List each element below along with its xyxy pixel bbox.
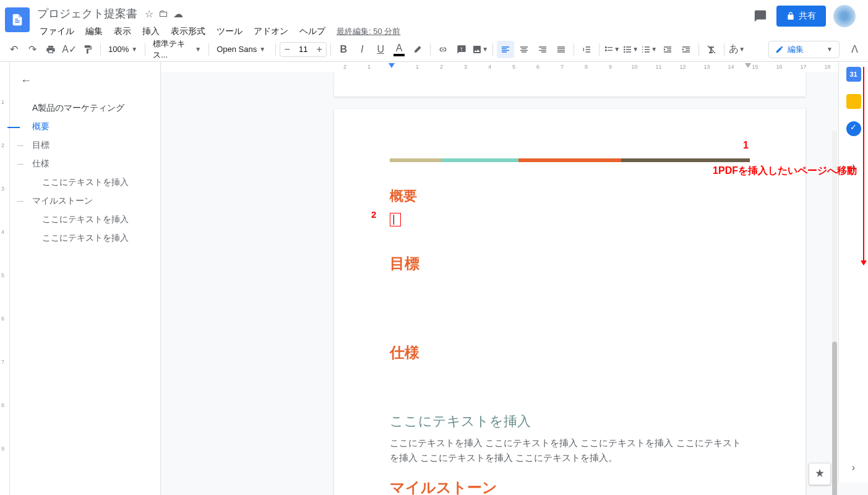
input-tools-button[interactable]: あ▼ [728,41,746,58]
document-canvas[interactable]: 2 1 1 2 3 4 5 6 7 8 9 10 11 12 13 14 15 … [161,62,868,495]
decorative-color-bar [390,158,750,162]
insert-image-button[interactable]: ▼ [471,41,489,58]
explore-button[interactable] [809,463,831,485]
last-edit-link[interactable]: 最終編集: 50 分前 [337,26,400,37]
menu-view[interactable]: 表示 [109,24,136,40]
svg-point-4 [624,48,625,50]
align-justify-button[interactable] [552,41,570,58]
body-paragraph[interactable]: ここにテキストを挿入 ここにテキストを挿入 ここにテキストを挿入 ここにテキスト… [390,436,750,465]
svg-rect-2 [15,19,18,19]
clear-formatting-button[interactable] [703,41,720,58]
outline-item-placeholder-2[interactable]: ここにテキストを挿入 [10,210,160,229]
caret-down-icon: ▼ [259,46,265,53]
editing-mode-dropdown[interactable]: 編集 ▼ [768,41,840,58]
menu-addons[interactable]: アドオン [249,24,293,40]
redo-button[interactable]: ↷ [24,41,41,58]
insert-link-button[interactable] [434,41,452,58]
toolbar: ↶ ↷ A✓ 100%▼ 標準テキス...▼ Open Sans▼ − 11 +… [0,37,868,62]
svg-rect-0 [15,20,19,21]
menu-edit[interactable]: 編集 [80,24,108,40]
menu-insert[interactable]: 挿入 [137,24,165,40]
comments-icon[interactable] [752,7,769,25]
annotation-arrow-icon [863,67,864,265]
previous-page-edge [334,72,806,97]
menu-file[interactable]: ファイル [35,24,79,40]
outline-item-placeholder-3[interactable]: ここにテキストを挿入 [10,229,160,248]
heading-overview[interactable]: 概要 [390,187,750,205]
align-right-button[interactable] [534,41,551,58]
highlight-button[interactable] [409,41,426,58]
outline-item-overview[interactable]: 概要 [10,118,160,136]
account-avatar[interactable] [833,5,856,27]
font-size-control: − 11 + [280,42,327,57]
horizontal-ruler: 2 1 1 2 3 4 5 6 7 8 9 10 11 12 13 14 15 … [161,62,868,72]
increase-indent-button[interactable] [677,41,695,58]
font-size-increase[interactable]: + [312,43,326,56]
spellcheck-button[interactable]: A✓ [61,41,78,58]
subheading-placeholder[interactable]: ここにテキストを挿入 [390,412,750,431]
cloud-status-icon[interactable]: ☁ [173,8,183,20]
caret-down-icon: ▼ [195,46,201,53]
svg-point-3 [624,46,625,48]
bullet-list-button[interactable]: ▼ [622,41,639,58]
text-color-button[interactable]: A [390,41,408,58]
checklist-button[interactable]: ▼ [603,41,621,58]
menu-help[interactable]: ヘルプ [294,24,330,40]
move-icon[interactable]: 🗀 [158,8,168,19]
font-size-input[interactable]: 11 [294,45,312,54]
outline-item-spec[interactable]: 仕様 [10,155,160,173]
keep-icon[interactable] [846,94,861,109]
annotation-number-2: 2 [371,209,376,220]
star-icon[interactable]: ☆ [145,8,153,20]
line-spacing-button[interactable] [578,41,595,58]
outline-item-placeholder-1[interactable]: ここにテキストを挿入 [10,173,160,192]
font-size-decrease[interactable]: − [280,43,294,56]
caret-down-icon: ▼ [131,46,137,53]
numbered-list-button[interactable]: ▼ [640,41,658,58]
outline-item-milestone[interactable]: マイルストーン [10,192,160,210]
insert-comment-button[interactable] [453,41,470,58]
heading-goal[interactable]: 目標 [390,254,750,273]
align-left-button[interactable] [497,41,514,58]
outline-heading-0[interactable]: A製品のマーケティング [10,99,160,118]
collapse-side-panel-icon[interactable]: › [846,460,861,475]
collapse-toolbar-button[interactable]: ᐱ [846,41,863,58]
text-cursor-highlight[interactable] [390,213,401,226]
calendar-icon[interactable]: 31 [846,67,861,82]
outline-item-goal[interactable]: 目標 [10,136,160,155]
caret-down-icon: ▼ [482,46,488,53]
caret-down-icon: ▼ [827,46,833,53]
app-header: プロジェクト提案書 ☆ 🗀 ☁ ファイル 編集 表示 挿入 表示形式 ツール ア… [0,0,868,37]
styles-dropdown[interactable]: 標準テキス...▼ [149,41,205,58]
tasks-icon[interactable] [846,121,861,136]
scrollbar-thumb[interactable] [832,342,837,495]
italic-button[interactable]: I [353,41,371,58]
caret-down-icon: ▼ [739,46,745,53]
menu-tools[interactable]: ツール [212,24,247,40]
paint-format-button[interactable] [79,41,97,58]
pencil-icon [775,45,784,54]
undo-button[interactable]: ↶ [5,41,22,58]
document-title[interactable]: プロジェクト提案書 [35,5,140,22]
align-center-button[interactable] [515,41,533,58]
font-dropdown[interactable]: Open Sans▼ [213,41,272,58]
zoom-dropdown[interactable]: 100%▼ [105,41,141,58]
menu-format[interactable]: 表示形式 [166,24,210,40]
caret-down-icon: ▼ [614,46,620,53]
annotation-text-1: 1PDFを挿入したいページへ移動 [713,165,857,178]
share-button[interactable]: 共有 [776,6,826,27]
underline-button[interactable]: U [372,41,389,58]
outline-close-button[interactable]: ← [17,72,35,89]
annotation-number-1: 1 [743,140,749,151]
lock-icon [786,12,795,20]
print-button[interactable] [42,41,59,58]
heading-spec[interactable]: 仕様 [390,343,750,363]
heading-milestone[interactable]: マイルストーン [390,478,750,495]
bold-button[interactable]: B [335,41,352,58]
caret-down-icon: ▼ [651,46,657,53]
decrease-indent-button[interactable] [659,41,676,58]
indent-marker-icon[interactable] [389,63,395,68]
docs-logo-icon[interactable] [5,7,30,32]
scrollbar-track[interactable] [832,131,837,495]
outline-panel: ← A製品のマーケティング 概要 目標 仕様 ここにテキストを挿入 マイルストー… [10,62,161,495]
